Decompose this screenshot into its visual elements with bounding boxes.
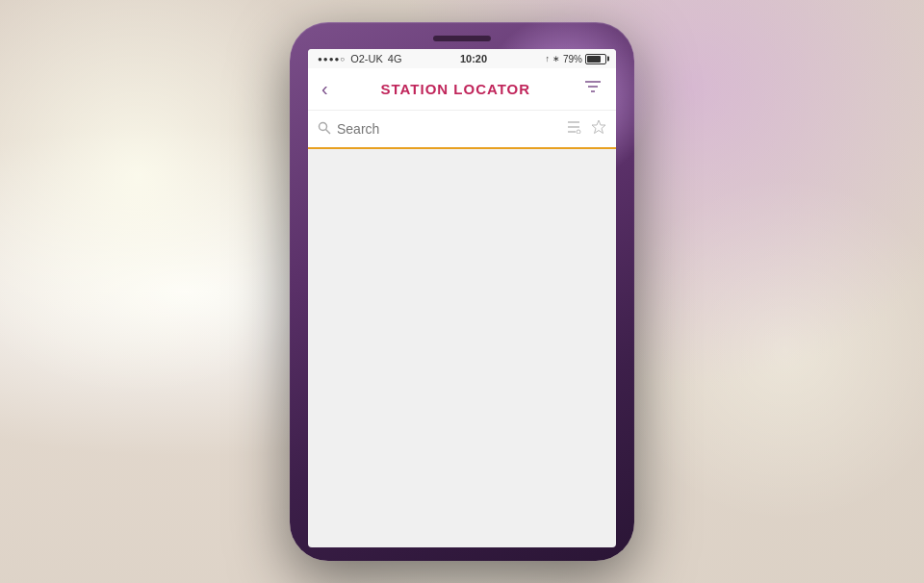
- list-icon[interactable]: [566, 120, 581, 138]
- svg-line-4: [326, 129, 331, 134]
- location-arrow-icon: ↑: [545, 54, 550, 63]
- search-actions: [566, 119, 606, 139]
- network-label: 4G: [388, 53, 402, 64]
- filter-icon[interactable]: [583, 79, 603, 99]
- search-bar: [308, 111, 616, 149]
- status-left: ●●●●○ O2-UK 4G: [318, 53, 401, 64]
- battery-percent-label: 79%: [563, 54, 582, 64]
- status-bar: ●●●●○ O2-UK 4G 10:20 ↑ ∗ 79%: [308, 49, 616, 68]
- page-title: STATION LOCATOR: [381, 81, 531, 97]
- signal-dots: ●●●●○: [318, 55, 346, 63]
- svg-point-8: [577, 130, 580, 134]
- search-input[interactable]: [337, 121, 560, 137]
- star-icon[interactable]: [591, 119, 606, 139]
- svg-point-3: [320, 122, 327, 130]
- phone-screen: ●●●●○ O2-UK 4G 10:20 ↑ ∗ 79% ‹ STATION L…: [308, 49, 616, 547]
- battery-icon: [585, 54, 606, 64]
- carrier-label: O2-UK: [350, 53, 383, 64]
- phone-speaker: [433, 36, 491, 41]
- bluetooth-icon: ∗: [552, 54, 560, 63]
- app-header: ‹ STATION LOCATOR: [308, 68, 616, 111]
- search-icon: [318, 121, 331, 138]
- back-button[interactable]: ‹: [321, 78, 328, 100]
- status-time: 10:20: [460, 53, 487, 64]
- battery-fill: [587, 56, 601, 63]
- phone-frame: ●●●●○ O2-UK 4G 10:20 ↑ ∗ 79% ‹ STATION L…: [290, 22, 634, 561]
- status-right: ↑ ∗ 79%: [545, 54, 606, 64]
- svg-marker-9: [592, 120, 605, 134]
